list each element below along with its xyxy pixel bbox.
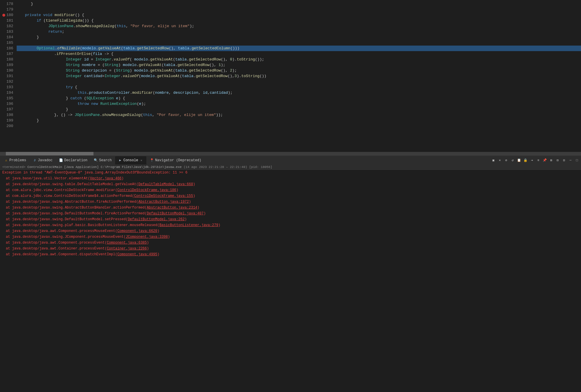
code-editor: 178 179 180 181 182 183 184 185 186 187 … (0, 0, 581, 152)
tab-search-label: Search (99, 158, 112, 162)
stack-link[interactable]: ControlDeStockFrame.java:186 (117, 188, 176, 192)
pin-button[interactable]: 📌 (542, 157, 548, 163)
app-name: ControlDeStockMain [Java Application] C:… (27, 165, 184, 169)
tab-declaration[interactable]: 📄 Declaration (56, 156, 90, 164)
code-line: JOptionPane.showMessageDialog(this, "Por… (17, 23, 581, 29)
bottom-panel-tabs: ⚠ Problems J Javadoc 📄 Declaration 🔍 Sea… (0, 155, 581, 165)
code-line (17, 40, 581, 46)
horizontal-scrollbar[interactable] (0, 152, 581, 155)
code-line (17, 123, 581, 129)
stack-link[interactable]: Container.java:2266 (107, 247, 147, 251)
code-line: private void modificar() { (17, 12, 581, 18)
problems-icon: ⚠ (4, 158, 8, 162)
console-close-button[interactable]: ✕ (139, 158, 143, 162)
stack-line: at java.desktop/javax.swing.AbstractButt… (0, 205, 581, 211)
code-line-selected: Optional.ofNullable(modelo.getValueAt(ta… (17, 46, 581, 51)
terminated-label: <terminated> (2, 165, 25, 169)
stack-line: at java.desktop/javax.swing.table.Defaul… (0, 181, 581, 187)
stack-line: at java.base/java.util.Vector.elementAt(… (0, 176, 581, 181)
stack-line: at java.desktop/javax.swing.DefaultButto… (0, 211, 581, 216)
stack-line: at java.desktop/java.awt.Container.proce… (0, 246, 581, 251)
run-time: (14 ago 2023 22:21:28 – 22:21:40) [pid: … (184, 165, 273, 169)
tab-problems-label: Problems (9, 158, 26, 162)
new-console-button[interactable]: ⊞ (548, 157, 554, 163)
code-line: } (17, 34, 581, 40)
tab-search[interactable]: 🔍 Search (91, 156, 115, 164)
stack-link[interactable]: AbstractButton.java:1972 (138, 200, 189, 204)
code-line: .ifPresentOrElse(fila -> { (17, 51, 581, 57)
tab-javadoc-label: Javadoc (38, 158, 53, 162)
line-numbers: 178 179 180 181 182 183 184 185 186 187 … (0, 0, 17, 152)
code-line: throw new RuntimeException(e); (17, 101, 581, 107)
stack-link[interactable]: Component.java:6620 (117, 229, 157, 233)
tab-problems[interactable]: ⚠ Problems (1, 156, 29, 164)
code-line: try { (17, 84, 581, 90)
code-content[interactable]: } private void modificar() { if (tieneFi… (17, 0, 581, 152)
code-line: } (17, 1, 581, 7)
stack-link[interactable]: Component.java:4995 (117, 252, 157, 256)
stack-link[interactable]: DefaultButtonModel.java:262 (128, 217, 185, 221)
word-wrap-button[interactable]: ⇥ (529, 157, 535, 163)
stack-line: at com.alura.jdbc.view.ControlDeStockFra… (0, 193, 581, 199)
stack-line: at java.desktop/javax.swing.AbstractButt… (0, 199, 581, 205)
remove-button[interactable]: ⊘ (503, 157, 509, 163)
scrollbar-thumb[interactable] (6, 152, 93, 155)
stack-link[interactable]: AbstractButton.java:2314 (147, 206, 197, 210)
code-line: }, () -> JOptionPane.showMessageDialog(t… (17, 112, 581, 118)
navigator-icon: 📍 (150, 158, 154, 162)
console-output[interactable]: Exception in thread "AWT-EventQueue-0" j… (0, 170, 581, 257)
stack-line: at java.desktop/java.awt.Component.proce… (0, 240, 581, 246)
stop-button[interactable]: ▣ (490, 157, 496, 163)
stack-line: at java.desktop/javax.swing.JComponent.p… (0, 234, 581, 240)
scroll-lock-button[interactable]: 🔒 (523, 157, 528, 163)
declaration-icon: 📄 (59, 158, 63, 162)
code-line: } catch (SQLException e) { (17, 96, 581, 101)
code-line (17, 79, 581, 84)
stack-line: at java.desktop/javax.swing.DefaultButto… (0, 216, 581, 222)
code-line: Integer id = Integer.valueOf( modelo.get… (17, 57, 581, 62)
copy-button[interactable]: 📋 (516, 157, 522, 163)
code-line: String descripcion = (String) modelo.get… (17, 68, 581, 73)
tab-declaration-label: Declaration (64, 158, 87, 162)
stack-link[interactable]: BasicButtonListener.java:279 (159, 223, 218, 227)
stack-link[interactable]: Vector.java:466 (90, 176, 122, 181)
stack-line: at java.desktop/java.awt.Component.proce… (0, 228, 581, 234)
javadoc-icon: J (33, 158, 37, 162)
minimize-button[interactable]: ─ (568, 157, 573, 163)
console-toolbar: ▣ ✕ ⊘ ↺ 📋 🔒 ⇥ ≡ 📌 ⊞ ⊟ ⊡ ─ □ (490, 157, 580, 163)
stack-link[interactable]: ControlDeStockFrame.java:155 (134, 194, 193, 198)
refresh-button[interactable]: ↺ (510, 157, 516, 163)
code-line (17, 7, 581, 12)
code-line: } (17, 107, 581, 112)
console-icon: ▶ (118, 158, 122, 162)
exception-line: Exception in thread "AWT-EventQueue-0" j… (0, 170, 581, 176)
tab-console-label: Console (123, 158, 138, 162)
code-line: } (17, 118, 581, 123)
breakpoint (2, 14, 5, 17)
tab-javadoc[interactable]: J Javadoc (30, 156, 56, 164)
tab-navigator-label: Navigator (Deprecated) (155, 158, 201, 162)
console-header-bar: <terminated> ControlDeStockMain [Java Ap… (0, 165, 581, 170)
stack-link[interactable]: JComponent.java:3398 (126, 235, 168, 239)
open-console-button[interactable]: ⊡ (561, 157, 567, 163)
code-line: Integer cantidad=Integer.valueOf(modelo.… (17, 73, 581, 79)
stack-line: at java.desktop/java.awt.Component.dispa… (0, 251, 581, 257)
tab-console[interactable]: ▶ Console ✕ (115, 156, 146, 164)
terminate-button[interactable]: ✕ (497, 157, 503, 163)
stack-link[interactable]: DefaultTableModel.java:660 (138, 182, 193, 186)
stack-link[interactable]: DefaultButtonModel.java:407 (147, 211, 203, 216)
stack-line: at com.alura.jdbc.view.ControlDeStockFra… (0, 187, 581, 193)
code-line: this.productoController.modificar(nombre… (17, 90, 581, 96)
code-line: String nombre = (String) modelo.getValue… (17, 62, 581, 68)
stack-line: at java.desktop/javax.swing.plaf.basic.B… (0, 222, 581, 228)
search-icon: 🔍 (94, 158, 98, 162)
code-line: return; (17, 29, 581, 34)
tab-navigator[interactable]: 📍 Navigator (Deprecated) (147, 156, 204, 164)
stack-link[interactable]: Component.java:6385 (107, 241, 147, 245)
show-console-button[interactable]: ≡ (535, 157, 541, 163)
code-line: if (tieneFilaElegida()) { (17, 18, 581, 23)
display-view-button[interactable]: ⊟ (555, 157, 561, 163)
maximize-button[interactable]: □ (574, 157, 580, 163)
